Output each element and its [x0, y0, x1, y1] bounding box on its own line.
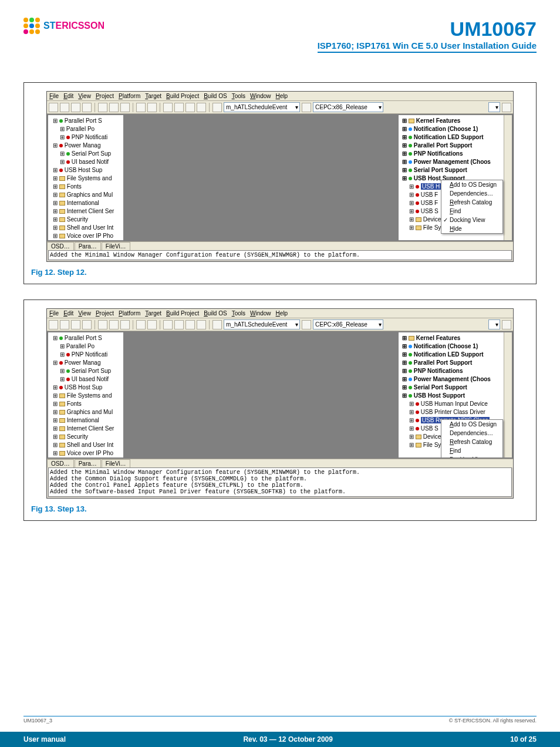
toolbar-btn[interactable]	[302, 320, 311, 329]
catalog-item[interactable]: ⊞ Notification (Choose 1)	[400, 342, 511, 351]
context-menu-item[interactable]: Add to OS Design	[441, 420, 502, 429]
tree-item[interactable]: ⊞ Security	[49, 216, 122, 224]
menu-item[interactable]: Help	[276, 93, 288, 99]
tree-item[interactable]: ⊞ Graphics and Mul	[49, 408, 122, 416]
context-menu-item[interactable]: Refresh Catalog	[441, 438, 502, 446]
menu-item[interactable]: File	[49, 93, 59, 99]
toolbar-btn[interactable]	[302, 103, 311, 112]
tree-item[interactable]: ⊞ Parallel Po	[49, 125, 122, 133]
toolbar-btn[interactable]	[163, 103, 173, 112]
tree-item[interactable]: ⊞ Parallel Port S	[49, 117, 122, 125]
menu-item[interactable]: Project	[96, 310, 114, 317]
tree-item[interactable]: ⊞ Security	[49, 433, 122, 441]
toolbar-btn[interactable]	[502, 103, 511, 112]
context-menu-item[interactable]: Hide	[441, 224, 502, 233]
toolbar-btn[interactable]	[502, 320, 511, 329]
menu-item[interactable]: Target	[145, 310, 161, 317]
toolbar-btn[interactable]	[49, 320, 58, 329]
tree-item[interactable]: ⊞ UI based Notif	[49, 375, 122, 383]
combo-event[interactable]: m_hATLScheduleEvent	[224, 102, 300, 112]
menu-item[interactable]: Tools	[232, 93, 245, 99]
toolbar-btn[interactable]	[109, 320, 119, 329]
toolbar-btn[interactable]	[197, 103, 206, 112]
tree-item[interactable]: ⊞ International	[49, 199, 122, 207]
toolbar-btn[interactable]	[174, 320, 184, 329]
tree-item[interactable]: ⊞ Shell and User Int	[49, 441, 122, 449]
tree-item[interactable]: ⊞ Parallel Po	[49, 342, 122, 351]
combo-right[interactable]	[488, 102, 500, 112]
menu-item[interactable]: Build Project	[166, 310, 199, 317]
left-tree-panel[interactable]: ⊞ Parallel Port S⊞ Parallel Po⊞ PNP Noti…	[48, 115, 124, 241]
toolbar-btn[interactable]	[147, 103, 157, 112]
tree-item[interactable]: ⊞ USB Host Sup	[49, 166, 122, 174]
tree-item[interactable]: ⊞ Graphics and Mul	[49, 191, 122, 199]
toolbar-btn[interactable]	[197, 320, 206, 329]
toolbar-btn[interactable]	[82, 103, 92, 112]
menu-item[interactable]: Window	[250, 93, 271, 99]
menu-item[interactable]: Build Project	[166, 93, 199, 99]
solution-tab[interactable]: FileVi…	[102, 459, 130, 467]
solution-tabs[interactable]: OSD…Para…FileVi…	[47, 241, 513, 250]
combo-config[interactable]: CEPC:x86_Release	[313, 319, 383, 329]
toolbar-btn[interactable]	[98, 320, 107, 329]
tree-item[interactable]: ⊞ Fonts	[49, 400, 122, 408]
toolbar-btn[interactable]	[136, 320, 146, 329]
tree-item[interactable]: ⊞ UI based Notif	[49, 158, 122, 166]
toolbar-btn[interactable]	[212, 103, 222, 112]
tree-item[interactable]: ⊞ Fonts	[49, 183, 122, 191]
menu-item[interactable]: View	[78, 93, 91, 99]
toolbar-btn[interactable]	[60, 103, 69, 112]
menu-item[interactable]: Project	[96, 93, 114, 99]
catalog-item[interactable]: ⊞ Notification LED Support	[400, 133, 511, 142]
toolbar-btn[interactable]	[174, 103, 184, 112]
context-menu-item[interactable]: Docking View	[441, 216, 502, 224]
tree-item[interactable]: ⊞ Internet Client Ser	[49, 425, 122, 433]
catalog-item[interactable]: ⊞ Power Management (Choos	[400, 375, 511, 383]
menu-item[interactable]: Tools	[232, 310, 245, 317]
tree-item[interactable]: ⊞ PNP Notificati	[49, 351, 122, 359]
menu-item[interactable]: Edit	[63, 93, 73, 99]
toolbar[interactable]: m_hATLScheduleEvent CEPC:x86_Release	[47, 101, 513, 114]
context-menu-item[interactable]: Docking View	[441, 455, 502, 458]
menu-item[interactable]: Build OS	[204, 93, 227, 99]
tree-item[interactable]: ⊞ Serial Port Sup	[49, 367, 122, 375]
context-menu-item[interactable]: Find	[441, 207, 502, 216]
catalog-item[interactable]: ⊞ Serial Port Support	[400, 383, 511, 392]
tree-item[interactable]: ⊞ File Systems and	[49, 174, 122, 183]
catalog-item[interactable]: ⊞ Parallel Port Support	[400, 142, 511, 150]
tree-item[interactable]: ⊞ Internet Client Ser	[49, 207, 122, 216]
tree-item[interactable]: ⊞ File Systems and	[49, 392, 122, 400]
combo-right[interactable]	[488, 319, 500, 329]
tree-item[interactable]: ⊞ Parallel Port S	[49, 334, 122, 342]
toolbar-btn[interactable]	[120, 320, 130, 329]
tree-item[interactable]: ⊞ PNP Notificati	[49, 133, 122, 142]
output-log[interactable]: Added the Minimal Window Manager Configu…	[48, 467, 512, 497]
menu-item[interactable]: Platform	[119, 93, 140, 99]
catalog-panel[interactable]: ⊞ Kernel Features⊞ Notification (Choose …	[398, 332, 512, 458]
catalog-item[interactable]: ⊞ PNP Notifications	[400, 150, 511, 158]
toolbar-btn[interactable]	[120, 103, 130, 112]
tree-item[interactable]: ⊞ International	[49, 416, 122, 425]
tree-item[interactable]: ⊞ Shell and User Int	[49, 224, 122, 232]
toolbar-btn[interactable]	[98, 103, 107, 112]
scrollbar-vertical[interactable]	[504, 115, 512, 240]
solution-tab[interactable]: Para…	[75, 459, 101, 467]
catalog-item[interactable]: ⊞ USB Human Input Device	[400, 400, 511, 408]
menu-bar[interactable]: FileEditViewProjectPlatformTargetBuild P…	[47, 309, 513, 318]
menu-item[interactable]: Help	[276, 310, 288, 317]
toolbar-btn[interactable]	[163, 320, 173, 329]
menu-item[interactable]: Target	[145, 93, 161, 99]
tree-item[interactable]: ⊞ Power Manag	[49, 359, 122, 367]
toolbar-btn[interactable]	[71, 103, 80, 112]
catalog-item[interactable]: ⊞ Power Management (Choos	[400, 158, 511, 166]
toolbar-btn[interactable]	[109, 103, 119, 112]
catalog-panel[interactable]: ⊞ Kernel Features⊞ Notification (Choose …	[398, 115, 512, 241]
context-menu-item[interactable]: Dependencies…	[441, 429, 502, 438]
toolbar-btn[interactable]	[212, 320, 222, 329]
catalog-item[interactable]: ⊞ Notification (Choose 1)	[400, 125, 511, 133]
catalog-item[interactable]: ⊞ Parallel Port Support	[400, 359, 511, 367]
catalog-item[interactable]: ⊞ Serial Port Support	[400, 166, 511, 174]
toolbar-btn[interactable]	[185, 103, 195, 112]
left-tree-panel[interactable]: ⊞ Parallel Port S⊞ Parallel Po⊞ PNP Noti…	[48, 332, 124, 458]
solution-tab[interactable]: OSD…	[47, 459, 74, 467]
